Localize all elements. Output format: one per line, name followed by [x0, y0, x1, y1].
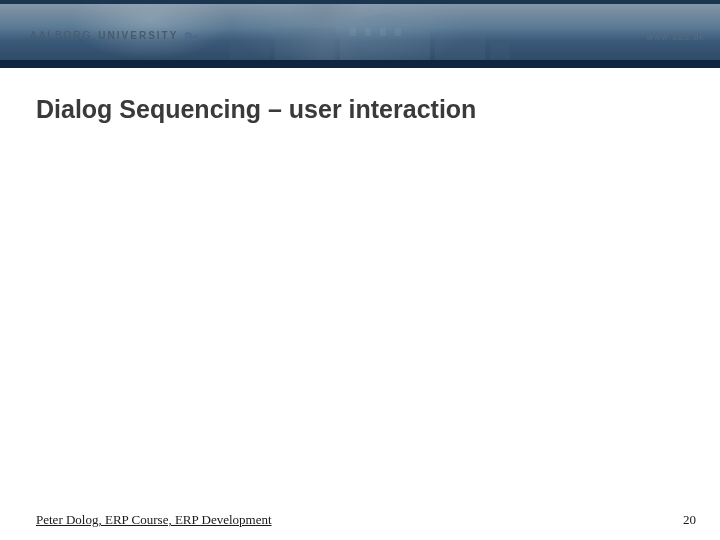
- slide-title: Dialog Sequencing – user interaction: [36, 95, 476, 124]
- svg-rect-6: [365, 28, 371, 36]
- website-url: www.aau.dk: [646, 32, 705, 42]
- header-accent-top: [0, 0, 720, 4]
- university-name-part2: UNIVERSITY: [98, 30, 178, 41]
- header-accent-bottom: [0, 60, 720, 68]
- header-banner: AALBORG UNIVERSITY www.aau.dk: [0, 0, 720, 68]
- svg-rect-1: [275, 28, 335, 60]
- svg-rect-4: [490, 43, 510, 60]
- svg-rect-8: [395, 28, 401, 36]
- building-silhouette-decoration: [230, 8, 510, 60]
- svg-marker-2: [340, 13, 430, 60]
- svg-rect-5: [350, 28, 356, 36]
- svg-rect-0: [230, 38, 270, 60]
- university-logo: AALBORG UNIVERSITY: [30, 28, 198, 42]
- svg-rect-7: [380, 28, 386, 36]
- svg-rect-3: [435, 33, 485, 60]
- aau-wave-icon: [184, 28, 198, 42]
- footer-author-line: Peter Dolog, ERP Course, ERP Development: [36, 512, 272, 528]
- university-name-part1: AALBORG: [30, 30, 92, 41]
- page-number: 20: [683, 512, 696, 528]
